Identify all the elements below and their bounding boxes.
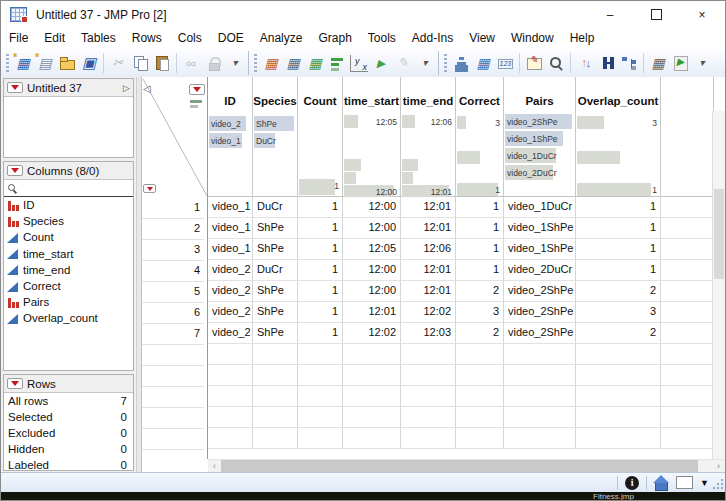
columns-search-input[interactable]: [18, 181, 133, 195]
cell[interactable]: 2: [456, 323, 504, 344]
cell[interactable]: 3: [576, 302, 661, 323]
sort-columns-button[interactable]: [574, 52, 596, 74]
continuous-modeling-type-icon[interactable]: [7, 281, 19, 292]
save-button[interactable]: [78, 52, 100, 74]
column-header-species[interactable]: Species: [253, 77, 298, 111]
cell[interactable]: video_2: [208, 323, 253, 344]
join-tables-button[interactable]: [370, 52, 392, 74]
cell[interactable]: [504, 344, 576, 365]
cell[interactable]: [343, 428, 401, 449]
distribution-button[interactable]: [450, 52, 472, 74]
cell[interactable]: [576, 365, 661, 386]
cell[interactable]: [456, 386, 504, 407]
empty-cell[interactable]: [661, 428, 714, 449]
empty-cell[interactable]: [661, 281, 714, 302]
header-graph-bar[interactable]: [402, 159, 418, 171]
rows-stat-selected[interactable]: Selected0: [4, 409, 133, 425]
cell[interactable]: [208, 407, 253, 428]
column-header-count[interactable]: Count: [298, 77, 343, 111]
cell[interactable]: 1: [456, 218, 504, 239]
info-icon[interactable]: i: [625, 476, 639, 490]
cell[interactable]: [208, 386, 253, 407]
cell[interactable]: 1: [576, 260, 661, 281]
header-graph-bar[interactable]: [457, 183, 498, 196]
cell[interactable]: 3: [456, 302, 504, 323]
column-header-pairs[interactable]: Pairs: [504, 77, 576, 111]
continuous-modeling-type-icon[interactable]: [7, 264, 19, 275]
tabulate-button[interactable]: [282, 52, 304, 74]
cell[interactable]: [253, 407, 298, 428]
menu-cols[interactable]: Cols: [170, 28, 210, 49]
formula-button[interactable]: [647, 52, 669, 74]
empty-cell[interactable]: [661, 197, 714, 218]
header-graph-bar[interactable]: [344, 159, 361, 171]
menu-graph[interactable]: Graph: [310, 28, 359, 49]
red-triangle-columns-header-menu-icon[interactable]: [189, 84, 205, 95]
cell[interactable]: [343, 386, 401, 407]
cell[interactable]: ShPe: [253, 239, 298, 260]
cell[interactable]: [208, 344, 253, 365]
empty-cell[interactable]: [661, 344, 714, 365]
menu-rows[interactable]: Rows: [124, 28, 170, 49]
empty-cell[interactable]: [661, 239, 714, 260]
horizontal-scrollbar-thumb[interactable]: [221, 460, 698, 472]
vertical-scrollbar[interactable]: [712, 111, 725, 459]
cell[interactable]: 1: [576, 239, 661, 260]
cell[interactable]: 12:06: [401, 239, 456, 260]
caret-down-icon[interactable]: ▼: [700, 478, 709, 488]
row-number[interactable]: [142, 387, 204, 408]
home-icon[interactable]: [654, 476, 669, 490]
cell[interactable]: [298, 386, 343, 407]
cell[interactable]: [253, 428, 298, 449]
scroll-left-arrow-icon[interactable]: ‹: [208, 460, 221, 472]
column-item-species[interactable]: Species: [4, 213, 133, 229]
column-header-overlap_count[interactable]: Overlap_count: [576, 77, 661, 111]
cell[interactable]: video_2ShPe: [504, 302, 576, 323]
cell[interactable]: 12:02: [343, 323, 401, 344]
cell[interactable]: 1: [576, 218, 661, 239]
cut-button[interactable]: [107, 52, 129, 74]
resize-grip[interactable]: [712, 478, 724, 490]
cell[interactable]: [343, 407, 401, 428]
cell[interactable]: 12:01: [401, 218, 456, 239]
data-table-button[interactable]: [260, 52, 282, 74]
cell[interactable]: [401, 344, 456, 365]
header-graph-bar[interactable]: [402, 172, 413, 184]
cell[interactable]: 1: [298, 260, 343, 281]
header-graph-bar[interactable]: [457, 151, 480, 164]
cell[interactable]: [456, 344, 504, 365]
row-number[interactable]: [142, 345, 204, 366]
row-state-color-box[interactable]: [676, 476, 693, 489]
column-header-id[interactable]: ID: [208, 77, 253, 111]
cell[interactable]: [576, 386, 661, 407]
maximize-button[interactable]: [633, 1, 679, 28]
empty-cell[interactable]: [661, 386, 714, 407]
recode-button[interactable]: [523, 52, 545, 74]
row-number[interactable]: 4: [142, 261, 204, 282]
continuous-modeling-type-icon[interactable]: [7, 232, 19, 243]
empty-cell[interactable]: [661, 365, 714, 386]
cell[interactable]: video_1: [208, 218, 253, 239]
cell[interactable]: [456, 365, 504, 386]
cell[interactable]: 1: [456, 260, 504, 281]
cell[interactable]: video_1: [208, 197, 253, 218]
continuous-modeling-type-icon[interactable]: [7, 248, 19, 259]
cell[interactable]: [298, 365, 343, 386]
row-number[interactable]: 5: [142, 282, 204, 303]
cell[interactable]: 12:05: [343, 239, 401, 260]
cell[interactable]: 12:01: [401, 197, 456, 218]
rows-stat-labeled[interactable]: Labeled0: [4, 457, 133, 473]
row-number[interactable]: [142, 366, 204, 387]
tile-windows-button[interactable]: [304, 52, 326, 74]
column-header-time_start[interactable]: time_start: [343, 77, 401, 111]
cell[interactable]: 1: [298, 323, 343, 344]
cell[interactable]: [401, 428, 456, 449]
menu-add-ins[interactable]: Add-Ins: [404, 28, 461, 49]
cell[interactable]: video_1DuCr: [504, 197, 576, 218]
cell[interactable]: [576, 344, 661, 365]
new-data-table-button[interactable]: [12, 52, 34, 74]
nominal-modeling-type-icon[interactable]: [7, 297, 19, 308]
cell[interactable]: [456, 407, 504, 428]
open-button[interactable]: [56, 52, 78, 74]
column-header-time_end[interactable]: time_end: [401, 77, 456, 111]
